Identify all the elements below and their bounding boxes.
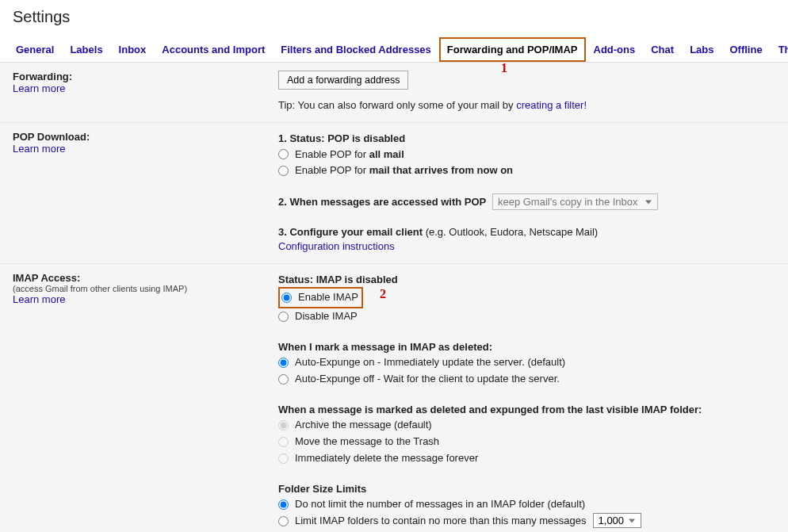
imap-trash-label: Move the message to the Trash bbox=[295, 434, 439, 450]
forwarding-tip: Tip: You can also forward only some of y… bbox=[278, 99, 775, 111]
pop-enable-all-bold: all mail bbox=[369, 148, 404, 160]
imap-archive-radio[interactable] bbox=[278, 420, 289, 431]
pop-enable-all-radio[interactable] bbox=[278, 149, 289, 159]
tab-inbox[interactable]: Inbox bbox=[111, 37, 155, 62]
tab-labels[interactable]: Labels bbox=[62, 37, 110, 62]
pop-enable-now-bold: mail that arrives from now on bbox=[369, 164, 513, 176]
section-forwarding-right: Add a forwarding address Tip: You can al… bbox=[278, 71, 775, 111]
imap-status-label: Status: bbox=[278, 274, 316, 285]
imap-enable-row-wrap: Enable IMAP 2 bbox=[278, 287, 775, 308]
add-forwarding-address-button[interactable]: Add a forwarding address bbox=[278, 71, 408, 90]
imap-deleted-heading: When I mark a message in IMAP as deleted… bbox=[278, 339, 775, 355]
section-imap-left: IMAP Access: (access Gmail from other cl… bbox=[13, 272, 278, 532]
pop-accessed-row: 2. When messages are accessed with POP k… bbox=[278, 193, 775, 210]
pop-enable-all-label: Enable POP for all mail bbox=[295, 147, 404, 163]
forwarding-heading: Forwarding: bbox=[13, 71, 278, 82]
pop-enable-now-pre: Enable POP for bbox=[295, 164, 369, 176]
tab-general[interactable]: General bbox=[8, 37, 62, 62]
imap-expunge-on-label: Auto-Expunge on - Immediately update the… bbox=[295, 354, 565, 371]
imap-enable-label: Enable IMAP bbox=[298, 289, 358, 306]
tab-forwarding-pop-imap[interactable]: Forwarding and POP/IMAP bbox=[439, 37, 586, 62]
pop-enable-now-row: Enable POP for mail that arrives from no… bbox=[278, 163, 775, 179]
pop-accessed-select[interactable]: keep Gmail's copy in the Inbox bbox=[492, 193, 658, 210]
imap-folder-limit-row: Limit IMAP folders to contain no more th… bbox=[278, 513, 775, 530]
pop-accessed-select-wrap: keep Gmail's copy in the Inbox bbox=[489, 193, 658, 210]
section-imap: IMAP Access: (access Gmail from other cl… bbox=[0, 264, 788, 532]
imap-folder-limit-select[interactable]: 1,000 bbox=[593, 513, 641, 528]
imap-enable-highlight: Enable IMAP bbox=[278, 287, 363, 308]
imap-folder-nolimit-row: Do not limit the number of messages in a… bbox=[278, 496, 775, 513]
section-pop-right: 1. Status: POP is disabled Enable POP fo… bbox=[278, 131, 775, 252]
pop-configure-label: 3. Configure your email client bbox=[278, 226, 426, 238]
tab-addons[interactable]: Add-ons bbox=[586, 37, 644, 62]
imap-delete-forever-label: Immediately delete the message forever bbox=[295, 450, 478, 467]
imap-folder-limit-select-wrap: 1,000 bbox=[590, 513, 641, 530]
imap-enable-radio[interactable] bbox=[281, 293, 292, 303]
imap-learn-more-link[interactable]: Learn more bbox=[13, 293, 278, 305]
imap-expunge-off-row: Auto-Expunge off - Wait for the client t… bbox=[278, 371, 775, 388]
imap-delete-forever-radio[interactable] bbox=[278, 454, 289, 464]
imap-disable-row: Disable IMAP bbox=[278, 308, 775, 325]
imap-archive-row: Archive the message (default) bbox=[278, 417, 775, 434]
pop-status-row: 1. Status: POP is disabled bbox=[278, 131, 775, 147]
pop-enable-all-row: Enable POP for all mail bbox=[278, 147, 775, 163]
imap-status-row: Status: IMAP is disabled bbox=[278, 272, 775, 288]
annotation-1: 1 bbox=[501, 61, 507, 75]
tab-themes[interactable]: Themes bbox=[771, 37, 788, 62]
imap-trash-row: Move the message to the Trash bbox=[278, 434, 775, 450]
imap-folder-limit-radio[interactable] bbox=[278, 516, 289, 526]
imap-expunge-on-row: Auto-Expunge on - Immediately update the… bbox=[278, 354, 775, 371]
imap-subheading: (access Gmail from other clients using I… bbox=[13, 284, 278, 293]
annotation-2: 2 bbox=[380, 287, 386, 301]
imap-disable-label: Disable IMAP bbox=[295, 308, 358, 325]
section-forwarding-left: Forwarding: Learn more bbox=[13, 71, 278, 111]
tab-accounts[interactable]: Accounts and Import bbox=[154, 37, 273, 62]
pop-status-label: 1. Status: bbox=[278, 132, 327, 144]
imap-expunge-off-label: Auto-Expunge off - Wait for the client t… bbox=[295, 371, 560, 388]
tabs-bar: General Labels Inbox Accounts and Import… bbox=[0, 37, 788, 63]
imap-status-value: IMAP is disabled bbox=[316, 274, 398, 285]
imap-expunge-off-radio[interactable] bbox=[278, 374, 289, 385]
tab-filters[interactable]: Filters and Blocked Addresses bbox=[273, 37, 439, 62]
pop-enable-all-pre: Enable POP for bbox=[295, 148, 369, 160]
tab-offline[interactable]: Offline bbox=[721, 37, 770, 62]
tab-chat[interactable]: Chat bbox=[643, 37, 682, 62]
imap-archive-label: Archive the message (default) bbox=[295, 417, 432, 434]
imap-delete-forever-row: Immediately delete the message forever bbox=[278, 450, 775, 467]
create-filter-link[interactable]: creating a filter! bbox=[516, 99, 587, 111]
section-forwarding: Forwarding: Learn more Add a forwarding … bbox=[0, 63, 788, 123]
pop-configure-row: 3. Configure your email client (e.g. Out… bbox=[278, 224, 775, 240]
imap-trash-radio[interactable] bbox=[278, 437, 289, 447]
pop-status-value: POP is disabled bbox=[327, 132, 405, 144]
pop-heading: POP Download: bbox=[13, 131, 278, 143]
forwarding-learn-more-link[interactable]: Learn more bbox=[13, 82, 278, 94]
forwarding-tip-text: Tip: You can also forward only some of y… bbox=[278, 99, 516, 111]
pop-config-instructions-link[interactable]: Configuration instructions bbox=[278, 240, 775, 252]
imap-disable-radio[interactable] bbox=[278, 312, 289, 322]
section-imap-right: Status: IMAP is disabled Enable IMAP 2 D… bbox=[278, 272, 775, 532]
imap-folder-heading: Folder Size Limits bbox=[278, 481, 775, 497]
section-pop: POP Download: Learn more 1. Status: POP … bbox=[0, 123, 788, 264]
imap-folder-nolimit-radio[interactable] bbox=[278, 499, 289, 510]
pop-enable-now-radio[interactable] bbox=[278, 166, 289, 176]
pop-enable-now-label: Enable POP for mail that arrives from no… bbox=[295, 163, 513, 179]
pop-configure-eg: (e.g. Outlook, Eudora, Netscape Mail) bbox=[426, 226, 599, 238]
pop-accessed-label: 2. When messages are accessed with POP bbox=[278, 196, 486, 208]
imap-folder-limit-label: Limit IMAP folders to contain no more th… bbox=[295, 513, 587, 530]
imap-expunged-heading: When a message is marked as deleted and … bbox=[278, 402, 775, 418]
section-pop-left: POP Download: Learn more bbox=[13, 131, 278, 252]
pop-learn-more-link[interactable]: Learn more bbox=[13, 143, 278, 155]
imap-expunge-on-radio[interactable] bbox=[278, 358, 289, 368]
imap-folder-nolimit-label: Do not limit the number of messages in a… bbox=[295, 496, 585, 513]
imap-heading: IMAP Access: bbox=[13, 272, 278, 284]
tab-labs[interactable]: Labs bbox=[682, 37, 721, 62]
page-title: Settings bbox=[0, 0, 788, 37]
